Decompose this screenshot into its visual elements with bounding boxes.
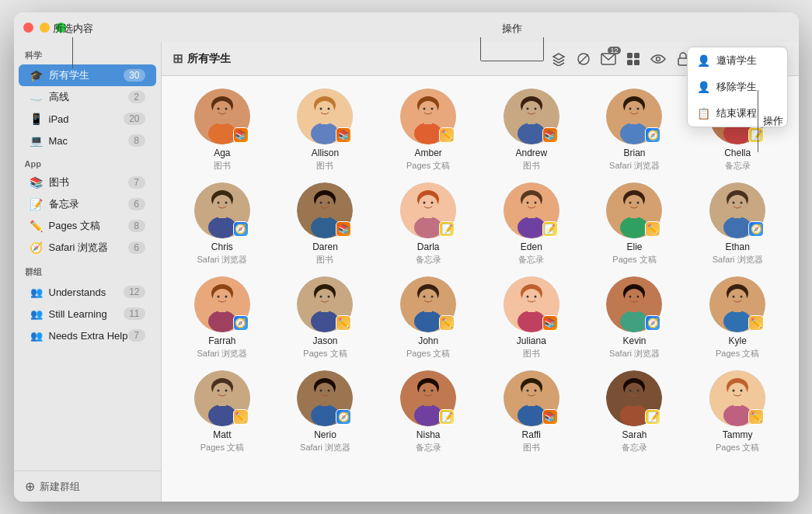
- svg-point-43: [620, 123, 648, 144]
- student-app: Pages 文稿: [303, 348, 347, 359]
- student-card[interactable]: 🧭 Farrah Safari 浏览器: [174, 276, 271, 359]
- svg-point-159: [522, 383, 541, 401]
- sidebar-item-group1[interactable]: 👥 Understands 12: [19, 281, 156, 303]
- app-badge-notes: 📝: [439, 221, 455, 237]
- app-badge-notes: 📝: [542, 221, 558, 237]
- sidebar-item-all-students[interactable]: 🎓 所有学生 30: [19, 64, 156, 86]
- sidebar-item-group3[interactable]: 👥 Needs Extra Help 7: [19, 325, 156, 346]
- new-group-button[interactable]: ⊕ 新建群组: [25, 479, 150, 494]
- student-card[interactable]: 📝 Nisha 备忘录: [380, 370, 477, 453]
- block-icon[interactable]: [575, 50, 592, 68]
- all-students-icon: 🎓: [30, 68, 44, 82]
- close-button[interactable]: [23, 23, 33, 33]
- student-name: Ethan: [725, 241, 749, 252]
- student-card[interactable]: 🧭 Ethan Safari 浏览器: [689, 182, 786, 266]
- student-card[interactable]: 📚 Allison 图书: [277, 89, 374, 172]
- svg-point-40: [625, 101, 643, 120]
- maximize-button[interactable]: [56, 23, 66, 33]
- ipad-count: 20: [124, 113, 145, 125]
- student-name: Brian: [623, 148, 645, 158]
- svg-point-161: [534, 390, 536, 392]
- svg-point-153: [423, 390, 426, 392]
- student-card[interactable]: 📚 Andrew 图书: [483, 89, 580, 172]
- sidebar-item-safari[interactable]: 🧭 Safari 浏览器 6: [19, 237, 156, 259]
- student-card[interactable]: ✏️ Matt Pages 文稿: [174, 370, 271, 453]
- student-app: 备忘录: [416, 442, 441, 453]
- sidebar-item-group3-label: Needs Extra Help: [49, 330, 128, 342]
- invite-students-item[interactable]: 👤 邀请学生: [688, 47, 787, 74]
- svg-point-145: [315, 383, 334, 401]
- svg-point-84: [637, 202, 639, 204]
- student-card[interactable]: ✏️ Amber Pages 文稿: [380, 89, 477, 172]
- email-icon[interactable]: 12: [600, 50, 617, 68]
- student-card[interactable]: 📝 Darla 备忘录: [380, 182, 477, 266]
- svg-point-64: [311, 217, 339, 238]
- sidebar-item-pages[interactable]: ✏️ Pages 文稿 8: [19, 215, 156, 237]
- sidebar-item-books[interactable]: 📚 图书 7: [19, 172, 156, 193]
- student-card[interactable]: ✏️ Jason Pages 文稿: [277, 276, 374, 359]
- svg-point-29: [414, 123, 442, 144]
- svg-point-105: [328, 296, 330, 298]
- app-badge-notes: 📝: [645, 409, 660, 425]
- student-name: Chris: [211, 241, 233, 252]
- svg-point-146: [320, 390, 322, 392]
- app-badge-safari: 🧭: [748, 221, 764, 237]
- minimize-button[interactable]: [40, 23, 50, 33]
- student-card[interactable]: 🧭 Chris Safari 浏览器: [174, 182, 271, 266]
- svg-point-167: [629, 390, 632, 392]
- svg-rect-79: [528, 212, 535, 218]
- sidebar-item-notes[interactable]: 📝 备忘录 6: [19, 193, 156, 215]
- student-card[interactable]: ✏️ Tammy Pages 文稿: [689, 370, 786, 453]
- student-card[interactable]: ✏️ Kyle Pages 文稿: [689, 276, 786, 359]
- student-name: Kevin: [622, 335, 646, 346]
- student-grid: 📚 Aga 图书 📚 Allison 图书: [162, 76, 799, 502]
- svg-rect-142: [218, 400, 226, 406]
- svg-point-26: [419, 101, 437, 120]
- svg-point-54: [213, 195, 232, 214]
- student-app: Pages 文稿: [612, 254, 656, 266]
- eye-icon[interactable]: [650, 50, 667, 68]
- svg-rect-93: [734, 212, 741, 218]
- student-card[interactable]: 📚 Aga 图书: [174, 89, 271, 172]
- student-card[interactable]: ✏️ Elie Pages 文稿: [586, 182, 683, 266]
- svg-rect-8: [678, 58, 688, 65]
- student-card[interactable]: 📝 Sarah 备忘录: [586, 370, 683, 453]
- notes-count: 6: [128, 198, 145, 210]
- svg-point-63: [328, 202, 330, 204]
- apps-icon[interactable]: [625, 50, 642, 68]
- student-card[interactable]: 📚 Daren 图书: [277, 182, 374, 266]
- end-class-item[interactable]: 📋 结束课程: [688, 100, 787, 127]
- layers-icon[interactable]: [550, 50, 567, 68]
- student-card[interactable]: ✏️ John Pages 文稿: [380, 276, 477, 359]
- svg-point-7: [656, 57, 660, 61]
- sidebar-item-ipad[interactable]: 📱 iPad 20: [19, 108, 156, 130]
- student-name: Sarah: [622, 429, 646, 440]
- student-card[interactable]: 🧭 Kevin Safari 浏览器: [586, 276, 683, 359]
- student-card[interactable]: 🧭 Nerio Safari 浏览器: [277, 370, 374, 453]
- sidebar-item-group1-label: Understands: [49, 287, 106, 298]
- app-badge-pages: ✏️: [748, 409, 764, 425]
- student-card[interactable]: 📝 Eden 备忘录: [483, 182, 580, 266]
- svg-point-118: [526, 296, 528, 298]
- remove-students-item[interactable]: 👤 移除学生: [688, 74, 787, 100]
- svg-point-173: [728, 383, 747, 401]
- svg-rect-107: [321, 306, 329, 312]
- student-app: 备忘录: [622, 442, 647, 453]
- sidebar-item-online[interactable]: ☁️ 高线 2: [19, 86, 156, 108]
- sidebar-item-group2[interactable]: 👥 Still Learning 11: [19, 303, 156, 325]
- svg-point-112: [431, 296, 434, 298]
- app-badge-safari: 🧭: [645, 127, 660, 143]
- svg-point-83: [629, 202, 632, 204]
- svg-point-27: [423, 108, 426, 110]
- sidebar-item-mac[interactable]: 💻 Mac 8: [19, 130, 156, 151]
- student-card[interactable]: 🧭 Brian Safari 浏览器: [586, 89, 683, 172]
- svg-point-132: [733, 296, 735, 298]
- student-name: Amber: [414, 148, 441, 158]
- notes-icon: 📝: [30, 197, 44, 211]
- app-badge-notes: 📝: [748, 127, 764, 143]
- student-card[interactable]: 📚 Juliana 图书: [483, 276, 580, 359]
- svg-rect-86: [630, 212, 638, 218]
- safari-count: 6: [128, 241, 145, 254]
- student-name: Allison: [312, 148, 339, 158]
- student-card[interactable]: 📚 Raffi 图书: [483, 370, 580, 453]
